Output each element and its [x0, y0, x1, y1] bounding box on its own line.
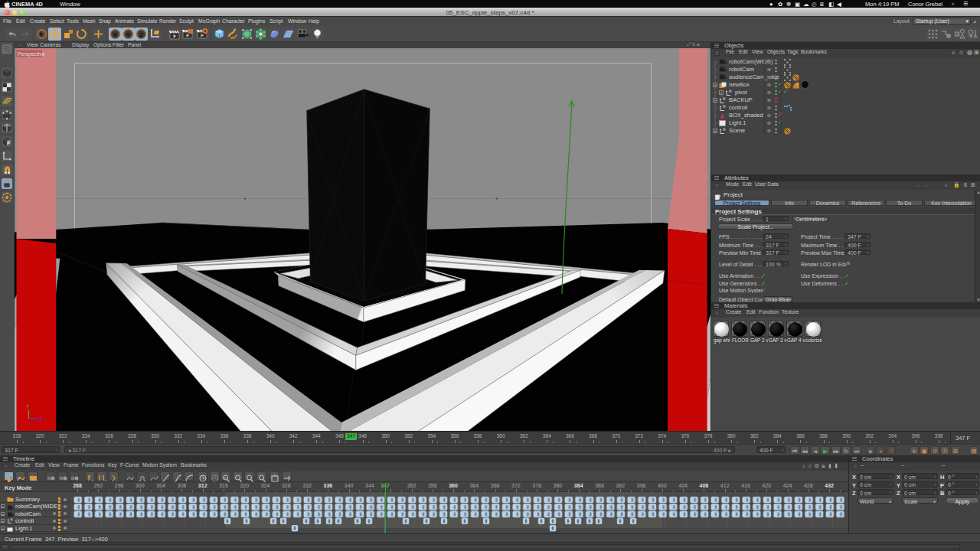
svg-text:Y: Y: [126, 31, 131, 37]
svg-text:☒: ☒: [956, 31, 959, 36]
svg-text:Perspective: Perspective: [18, 51, 45, 57]
svg-text:Z: Z: [40, 416, 43, 422]
svg-text:Z: Z: [139, 31, 143, 37]
svg-text:+: +: [224, 475, 227, 480]
svg-text:-: -: [236, 475, 237, 480]
svg-text:X: X: [28, 421, 31, 426]
svg-text:Y: Y: [26, 404, 30, 409]
svg-text:X: X: [113, 31, 117, 37]
svg-text:-: -: [116, 477, 118, 482]
